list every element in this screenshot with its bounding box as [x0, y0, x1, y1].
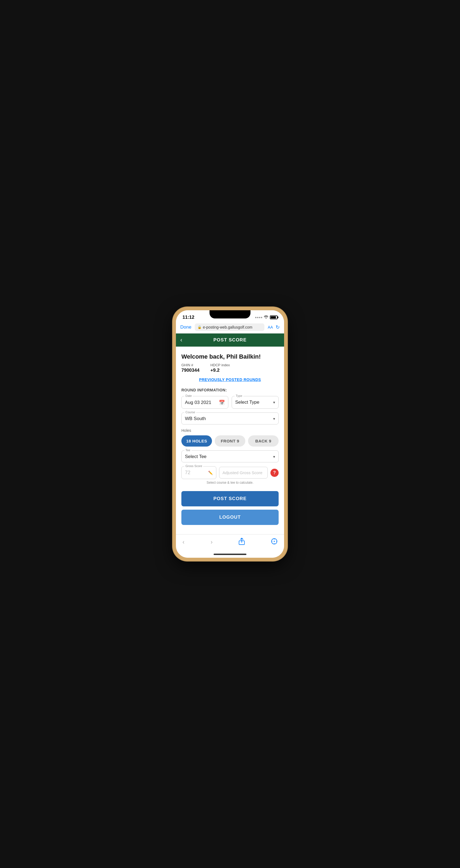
type-label: Type — [235, 394, 243, 397]
aa-button[interactable]: AA — [268, 325, 273, 330]
home-indicator — [176, 552, 284, 558]
logout-button[interactable]: LOGOUT — [181, 510, 279, 525]
app-header: ‹ POST SCORE — [176, 334, 284, 347]
browser-bar: Done 🔒 e-posting-web.gallusgolf.com AA ↻ — [176, 322, 284, 334]
previous-rounds-link[interactable]: PREVIOUSLY POSTED ROUNDS — [181, 377, 279, 382]
gross-score-label: Gross Score — [184, 464, 203, 468]
forward-nav-icon[interactable]: › — [211, 538, 213, 546]
home-bar — [214, 554, 246, 555]
date-label: Date — [184, 394, 193, 397]
status-time: 11:12 — [182, 315, 194, 320]
date-field: Date Aug 03 2021 📅 — [181, 396, 228, 409]
hdcp-value: +9.2 — [210, 368, 230, 373]
back-button[interactable]: ‹ — [180, 337, 182, 344]
adj-gross-placeholder: Adjusted Gross Score — [223, 469, 264, 475]
ghin-info: GHIN # 7900344 — [181, 363, 200, 373]
calendar-icon[interactable]: 📅 — [219, 400, 225, 406]
hdcp-label: HDCP index — [210, 363, 230, 367]
svg-point-2 — [274, 541, 275, 542]
status-icons — [255, 315, 278, 319]
tee-label: Tee — [184, 448, 191, 452]
gross-score-value: 72 — [185, 470, 190, 475]
date-value-row: Aug 03 2021 📅 — [185, 399, 225, 406]
tee-field[interactable]: Tee Select Tee ▾ — [181, 451, 279, 462]
hdcp-info: HDCP index +9.2 — [210, 363, 230, 373]
edit-icon[interactable]: ✏️ — [208, 471, 213, 475]
ghin-value: 7900344 — [181, 368, 200, 373]
course-dropdown-arrow: ▾ — [273, 416, 275, 421]
type-field[interactable]: Type Select Type ▾ — [232, 396, 279, 409]
type-dropdown-arrow: ▾ — [273, 400, 275, 404]
compass-icon[interactable] — [271, 538, 278, 546]
ghin-label: GHIN # — [181, 363, 200, 367]
signal-dots — [255, 317, 262, 318]
url-bar[interactable]: 🔒 e-posting-web.gallusgolf.com — [195, 323, 265, 331]
type-placeholder: Select Type — [235, 400, 259, 405]
welcome-message: Welcome back, Phil Bailkin! — [181, 353, 279, 360]
type-value-row: Select Type ▾ — [235, 399, 275, 405]
battery-icon — [270, 315, 278, 319]
browser-controls: AA ↻ — [268, 324, 280, 330]
holes-back9-button[interactable]: BACK 9 — [248, 435, 279, 446]
done-button[interactable]: Done — [180, 324, 191, 330]
course-field[interactable]: Course WB South ▾ — [181, 412, 279, 425]
holes-section: Holes 18 HOLES FRONT 9 BACK 9 — [181, 428, 279, 446]
holes-front9-button[interactable]: FRONT 9 — [215, 435, 245, 446]
wifi-icon — [264, 315, 268, 319]
notch — [210, 310, 250, 318]
lock-icon: 🔒 — [197, 325, 202, 329]
share-icon[interactable] — [239, 538, 245, 547]
score-row: Gross Score 72 ✏️ Adjusted Gross Score ? — [181, 466, 279, 479]
back-nav-icon[interactable]: ‹ — [182, 538, 184, 546]
date-type-row: Date Aug 03 2021 📅 Type Select Type ▾ — [181, 396, 279, 409]
holes-label: Holes — [181, 428, 279, 433]
tee-placeholder: Select Tee — [185, 454, 207, 459]
gross-score-value-row: 72 ✏️ — [185, 469, 213, 475]
main-content: Welcome back, Phil Bailkin! GHIN # 79003… — [176, 347, 284, 534]
tee-value-row: Select Tee ▾ — [185, 453, 275, 459]
holes-buttons: 18 HOLES FRONT 9 BACK 9 — [181, 435, 279, 446]
holes-18-button[interactable]: 18 HOLES — [181, 435, 212, 446]
tee-dropdown-arrow: ▾ — [273, 455, 275, 459]
bottom-nav: ‹ › — [176, 534, 284, 552]
refresh-button[interactable]: ↻ — [276, 324, 280, 330]
post-score-button[interactable]: POST SCORE — [181, 491, 279, 506]
round-info-label: ROUND INFORMATION: — [181, 388, 279, 392]
adj-gross-score-field: Adjusted Gross Score — [219, 467, 268, 478]
course-label: Course — [184, 410, 196, 414]
course-value: WB South — [185, 416, 206, 422]
page-title: POST SCORE — [181, 337, 279, 343]
tee-row: Tee Select Tee ▾ — [181, 451, 279, 462]
gross-score-field[interactable]: Gross Score 72 ✏️ — [181, 466, 216, 479]
course-value-row: WB South ▾ — [185, 415, 275, 422]
url-text: e-posting-web.gallusgolf.com — [203, 325, 252, 330]
course-row: Course WB South ▾ — [181, 412, 279, 425]
date-value: Aug 03 2021 — [185, 400, 211, 405]
user-info: GHIN # 7900344 HDCP index +9.2 — [181, 363, 279, 373]
score-hint: Select course & tee to calculate. — [181, 481, 279, 485]
help-button[interactable]: ? — [270, 469, 279, 477]
